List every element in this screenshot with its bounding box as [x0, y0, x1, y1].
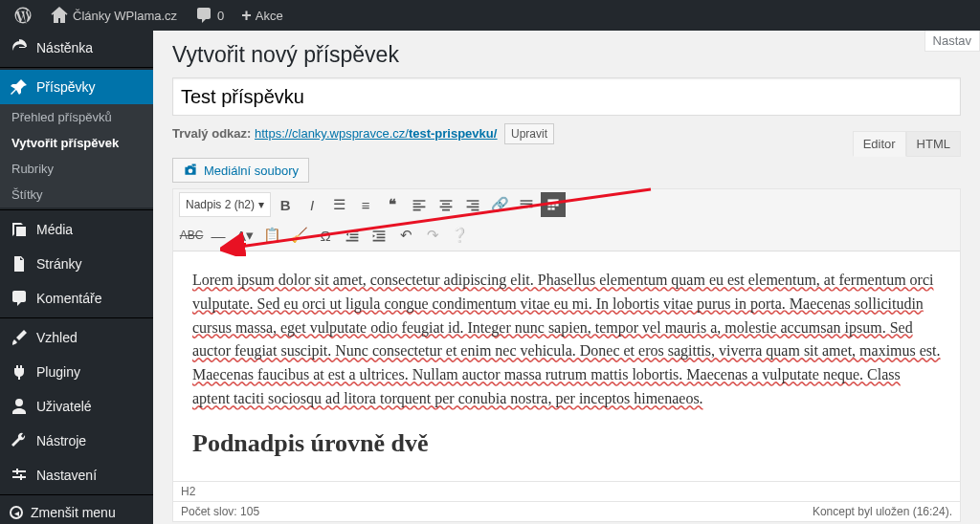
pin-icon [10, 77, 29, 97]
body-paragraph: Lorem ipsum dolor sit amet, consectetur … [192, 269, 941, 411]
more-button[interactable] [514, 192, 539, 217]
home-icon [50, 6, 69, 25]
menu-posts[interactable]: Příspěvky [0, 70, 153, 104]
menu-comments[interactable]: Komentáře [0, 281, 153, 316]
paste-text-button[interactable]: 📋 [259, 223, 284, 248]
save-status: Koncept byl uložen (16:24). [813, 505, 952, 518]
submenu-categories[interactable]: Rubriky [0, 156, 153, 182]
outdent-button[interactable] [340, 223, 365, 248]
help-button[interactable]: ❔ [447, 223, 472, 248]
brush-icon [10, 328, 29, 347]
submenu-new-post[interactable]: Vytvořit příspěvek [0, 130, 153, 156]
admin-sidebar: Nástěnka Příspěvky Přehled příspěvků Vyt… [0, 31, 153, 524]
permalink-label: Trvalý odkaz: [172, 126, 251, 141]
svg-rect-3 [555, 204, 558, 206]
plug-icon [10, 362, 29, 382]
text-color-button[interactable]: A ▾ [233, 223, 257, 248]
menu-appearance[interactable]: Vzhled [0, 320, 153, 355]
menu-users[interactable]: Uživatelé [0, 389, 153, 424]
link-button[interactable]: 🔗 [487, 192, 512, 217]
new-content[interactable]: + Akce [235, 6, 288, 26]
bold-button[interactable]: B [273, 192, 298, 217]
tab-visual[interactable]: Editor [853, 131, 906, 157]
word-count: Počet slov: 105 [181, 505, 259, 518]
editor-body[interactable]: Lorem ipsum dolor sit amet, consectetur … [173, 251, 960, 481]
blockquote-button[interactable]: ❝ [380, 192, 405, 217]
chevron-down-icon: ▾ [258, 198, 264, 211]
camera-icon [183, 163, 198, 178]
site-name: Články WPlama.cz [73, 9, 177, 23]
page-title: Vytvořit nový příspěvek [172, 42, 961, 68]
sliders-icon [10, 466, 29, 485]
screen-options-toggle[interactable]: Nastav [924, 31, 980, 52]
post-title-input[interactable] [172, 77, 961, 116]
body-heading-2: Podnadpis úrovně dvě [192, 425, 941, 463]
submenu-all-posts[interactable]: Přehled příspěvků [0, 104, 153, 130]
content-area: Nastav Vytvořit nový příspěvek Trvalý od… [153, 31, 980, 524]
menu-tools[interactable]: Nástroje [0, 424, 153, 458]
comments-icon [10, 289, 29, 308]
wrench-icon [10, 431, 29, 450]
align-center-button[interactable] [434, 192, 458, 217]
add-media-button[interactable]: Mediální soubory [172, 158, 309, 183]
permalink-row: Trvalý odkaz: https://clanky.wpspravce.c… [172, 123, 961, 144]
bullet-list-button[interactable]: ☰ [326, 192, 351, 217]
strike-button[interactable]: ABC [179, 223, 204, 248]
collapse-icon: ◂ [10, 506, 23, 519]
indent-button[interactable] [367, 223, 391, 248]
comments-bubble[interactable]: 0 [189, 6, 230, 25]
hr-button[interactable]: — [206, 223, 231, 248]
svg-rect-1 [547, 204, 550, 206]
align-left-button[interactable] [407, 192, 432, 217]
new-label: Akce [256, 9, 283, 23]
site-link[interactable]: Články WPlama.cz [44, 6, 183, 25]
clear-format-button[interactable]: 🧹 [286, 223, 311, 248]
italic-button[interactable]: I [300, 192, 324, 217]
svg-rect-4 [547, 207, 550, 209]
tab-text[interactable]: HTML [906, 131, 961, 157]
admin-bar: Články WPlama.cz 0 + Akce [0, 0, 980, 31]
menu-collapse[interactable]: ◂Zmenšit menu [0, 497, 153, 524]
undo-button[interactable]: ↶ [393, 223, 418, 248]
number-list-button[interactable]: ≡ [353, 192, 378, 217]
editor-container: Nadpis 2 (h2) ▾ B I ☰ ≡ ❝ 🔗 ABC — A [172, 188, 961, 522]
menu-dashboard[interactable]: Nástěnka [0, 31, 153, 65]
svg-rect-2 [551, 204, 554, 206]
permalink-link[interactable]: https://clanky.wpspravce.cz/test-prispev… [255, 126, 497, 141]
special-char-button[interactable]: Ω [313, 223, 338, 248]
toolbar-toggle-button[interactable] [541, 192, 566, 217]
align-right-button[interactable] [460, 192, 485, 217]
editor-tabs: Editor HTML [853, 131, 961, 157]
wp-logo[interactable] [8, 6, 38, 25]
media-icon [10, 220, 29, 239]
plus-icon: + [241, 6, 252, 26]
redo-button[interactable]: ↷ [420, 223, 445, 248]
page-icon [10, 254, 29, 273]
edit-slug-button[interactable]: Upravit [504, 123, 554, 144]
editor-toolbar: Nadpis 2 (h2) ▾ B I ☰ ≡ ❝ 🔗 ABC — A [173, 189, 960, 251]
dashboard-icon [10, 38, 29, 57]
element-path: H2 [173, 481, 960, 501]
menu-plugins[interactable]: Pluginy [0, 355, 153, 389]
menu-settings[interactable]: Nastavení [0, 458, 153, 492]
svg-rect-0 [547, 199, 558, 202]
submenu-tags[interactable]: Štítky [0, 182, 153, 207]
posts-submenu: Přehled příspěvků Vytvořit příspěvek Rub… [0, 104, 153, 207]
comment-icon [194, 6, 213, 25]
menu-media[interactable]: Média [0, 212, 153, 247]
svg-rect-5 [551, 207, 554, 209]
user-icon [10, 397, 29, 416]
format-dropdown[interactable]: Nadpis 2 (h2) ▾ [179, 192, 271, 217]
comments-count: 0 [217, 9, 224, 23]
menu-pages[interactable]: Stránky [0, 247, 153, 281]
